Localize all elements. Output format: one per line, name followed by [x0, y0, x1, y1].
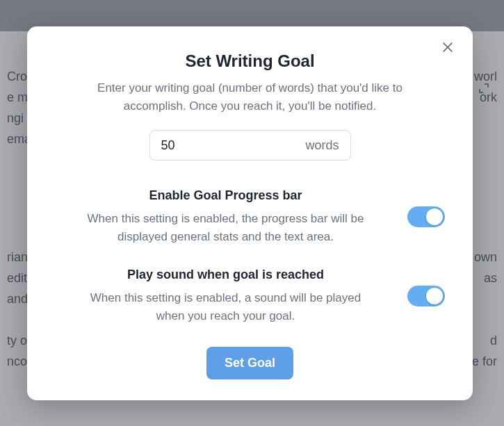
progress-bar-toggle[interactable] — [407, 206, 445, 227]
set-goal-button[interactable]: Set Goal — [206, 347, 293, 379]
sound-title: Play sound when goal is reached — [62, 268, 389, 282]
progress-bar-setting: Enable Goal Progress bar When this setti… — [55, 188, 445, 245]
set-writing-goal-modal: Set Writing Goal Enter your writing goal… — [27, 26, 473, 400]
goal-words-input[interactable] — [161, 138, 245, 153]
sound-description: When this setting is enabled, a sound wi… — [62, 289, 389, 325]
close-icon — [441, 40, 455, 57]
modal-title: Set Writing Goal — [55, 51, 445, 71]
progress-bar-description: When this setting is enabled, the progre… — [62, 210, 389, 245]
close-button[interactable] — [438, 39, 457, 58]
goal-input-wrapper: words — [55, 130, 445, 161]
modal-actions: Set Goal — [55, 347, 445, 379]
modal-description: Enter your writing goal (number of words… — [55, 79, 445, 115]
sound-setting: Play sound when goal is reached When thi… — [55, 268, 445, 325]
toggle-knob — [426, 288, 443, 304]
sound-toggle[interactable] — [407, 286, 445, 306]
goal-unit-label: words — [305, 138, 339, 153]
progress-bar-title: Enable Goal Progress bar — [62, 188, 389, 203]
goal-input-container[interactable]: words — [149, 130, 351, 161]
toggle-knob — [426, 208, 443, 225]
